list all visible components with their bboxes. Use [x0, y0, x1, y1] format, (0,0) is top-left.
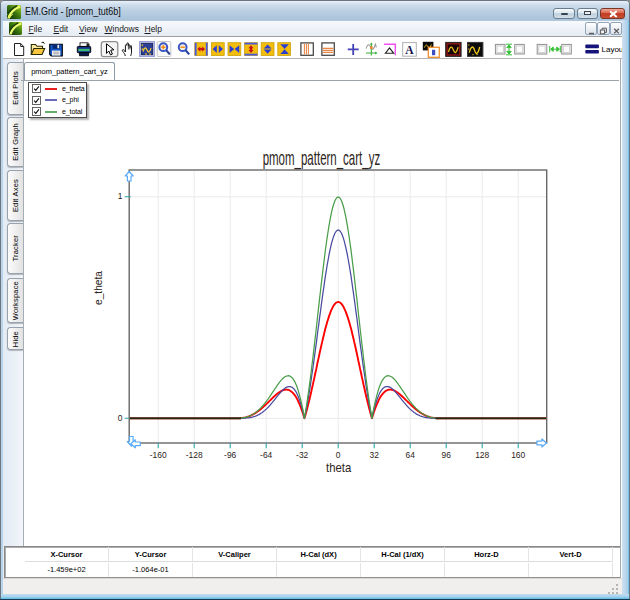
svg-text:160: 160	[511, 450, 525, 461]
svg-text:96: 96	[442, 450, 451, 461]
svg-text:128: 128	[475, 450, 489, 461]
svg-text:e_theta: e_theta	[93, 271, 104, 305]
svg-text:64: 64	[406, 450, 415, 461]
svg-text:-64: -64	[260, 450, 272, 461]
svg-text:A: A	[405, 44, 414, 56]
svg-text:0: 0	[118, 413, 123, 424]
svg-text:pmom_pattern_cart_yz: pmom_pattern_cart_yz	[263, 146, 380, 169]
svg-text:-32: -32	[296, 450, 308, 461]
svg-text:32: 32	[370, 450, 379, 461]
svg-text:-96: -96	[224, 450, 236, 461]
svg-text:0: 0	[336, 450, 341, 461]
svg-text:theta: theta	[326, 460, 351, 475]
svg-text:-128: -128	[186, 450, 203, 461]
svg-text:1: 1	[118, 191, 123, 202]
svg-text:-160: -160	[150, 450, 167, 461]
